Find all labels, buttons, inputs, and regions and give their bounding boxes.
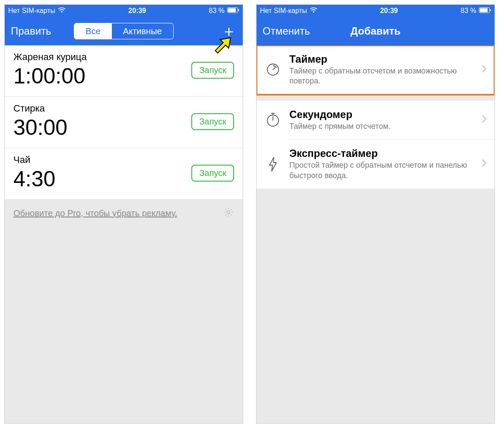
start-button[interactable]: Запуск [191,113,234,130]
option-title: Таймер [289,53,474,65]
phone-screen-add-timer: Нет SIM-карты 20:39 83 % Отменить Добави… [256,4,495,424]
carrier-label: Нет SIM-карты [260,7,307,15]
option-desc: Простой таймер с обратным отсчетом и пан… [289,160,474,181]
timer-row[interactable]: Стирка 30:00 Запуск [5,97,243,148]
status-time: 20:39 [128,7,146,15]
timer-name: Чай [13,154,55,166]
wifi-icon [310,7,317,15]
svg-rect-9 [490,9,491,11]
status-bar: Нет SIM-карты 20:39 83 % [257,5,494,17]
svg-rect-8 [480,8,488,12]
option-desc: Таймер с обратным отсчетом и возможность… [289,66,474,86]
content-area: Жареная курица 1:00:00 Запуск Стирка 30:… [5,45,243,423]
start-button[interactable]: Запуск [191,165,234,182]
option-title: Экспресс-таймер [289,147,474,160]
battery-percent: 83 % [209,7,225,15]
add-button[interactable]: ＋ [221,23,237,39]
timer-name: Жареная курица [13,51,87,63]
status-time: 20:39 [380,7,398,15]
upgrade-pro-link[interactable]: Обновите до Pro, чтобы убрать рекламу. [13,208,177,218]
battery-icon [227,7,239,15]
timer-list: Жареная курица 1:00:00 Запуск Стирка 30:… [5,45,243,200]
option-stopwatch[interactable]: Секундомер Таймер с прямым отсчетом. [257,101,494,139]
timer-row[interactable]: Чай 4:30 Запуск [5,148,243,200]
battery-icon [479,7,491,15]
svg-point-4 [227,211,230,214]
cancel-button[interactable]: Отменить [263,25,310,37]
svg-point-0 [61,12,62,13]
option-desc: Таймер с прямым отсчетом. [289,121,474,131]
nav-bar: Отменить Добавить [257,17,494,45]
stopwatch-icon [264,111,282,128]
timer-time: 4:30 [13,166,55,192]
page-title: Добавить [350,25,400,37]
phone-screen-timer-list: Нет SIM-карты 20:39 83 % Править Все Акт… [4,4,243,424]
chevron-right-icon [482,159,487,169]
timer-name: Стирка [13,103,67,114]
option-timer[interactable]: Таймер Таймер с обратным отсчетом и возм… [257,45,494,95]
edit-button[interactable]: Править [11,25,51,37]
status-bar: Нет SIM-карты 20:39 83 % [5,5,243,17]
timer-time: 1:00:00 [13,64,87,89]
content-area: Таймер Таймер с обратным отсчетом и возм… [257,45,494,423]
svg-rect-2 [228,8,236,12]
option-express-timer[interactable]: Экспресс-таймер Простой таймер с обратны… [257,140,494,189]
timer-icon [264,61,282,78]
chevron-right-icon [482,64,487,75]
battery-percent: 83 % [461,7,476,15]
add-options-list: Таймер Таймер с обратным отсчетом и возм… [257,45,494,189]
carrier-label: Нет SIM-карты [8,7,55,15]
timer-time: 30:00 [13,115,67,140]
timer-row[interactable]: Жареная курица 1:00:00 Запуск [5,45,243,97]
nav-bar: Править Все Активные ＋ [5,17,243,45]
filter-segmented-control[interactable]: Все Активные [74,23,173,39]
upgrade-row: Обновите до Pro, чтобы убрать рекламу. [5,200,243,227]
lightning-icon [264,156,282,173]
chevron-right-icon [482,115,487,125]
start-button[interactable]: Запуск [191,62,234,79]
gear-icon[interactable] [223,207,234,220]
segment-all[interactable]: Все [74,23,111,39]
svg-rect-3 [238,9,239,11]
svg-point-6 [313,12,314,13]
segment-active[interactable]: Активные [112,23,173,39]
wifi-icon [58,7,66,15]
option-title: Секундомер [289,109,474,121]
